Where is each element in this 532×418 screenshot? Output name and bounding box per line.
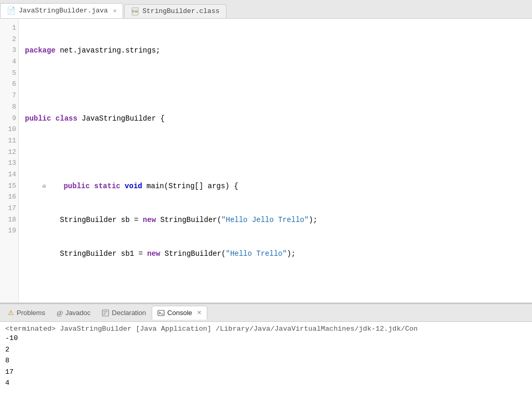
javadoc-icon: @ bbox=[57, 309, 63, 317]
tab-console[interactable]: Console ✕ bbox=[152, 306, 207, 320]
ln-13: 13 bbox=[4, 158, 16, 169]
ln-18: 18 bbox=[4, 215, 16, 226]
console-output: <terminated> JavaStringBuilder [Java App… bbox=[0, 322, 532, 418]
code-content[interactable]: package net.javastring.strings; public c… bbox=[19, 19, 532, 303]
console-output-3: 8 bbox=[5, 355, 527, 367]
ln-11: 11 bbox=[4, 136, 16, 147]
declaration-icon bbox=[102, 309, 109, 317]
line-numbers: 1 2 3 4 5 6 7 8 9 10 11 12 13 14 15 16 1… bbox=[0, 19, 19, 303]
code-line-7: StringBuilder sb1 = new StringBuilder("H… bbox=[25, 249, 528, 260]
console-output-1: -10 bbox=[5, 333, 527, 344]
code-container: 1 2 3 4 5 6 7 8 9 10 11 12 13 14 15 16 1… bbox=[0, 19, 532, 303]
ln-1: 1 bbox=[4, 23, 16, 34]
tab-declaration-label: Declaration bbox=[112, 309, 146, 317]
ln-3: 3 bbox=[4, 45, 16, 57]
tab-problems-label: Problems bbox=[17, 309, 45, 317]
tab-problems[interactable]: ⚠ Problems bbox=[2, 306, 51, 320]
console-output-4: 17 bbox=[5, 367, 527, 378]
tab-javadoc[interactable]: @ Javadoc bbox=[51, 306, 96, 320]
tab-class-label: StringBuilder.class bbox=[142, 7, 219, 15]
ln-10: 10 bbox=[4, 124, 16, 136]
ln-2: 2 bbox=[4, 34, 16, 46]
bottom-panel: ⚠ Problems @ Javadoc Declaration bbox=[0, 304, 532, 418]
code-line-5: ⊖ public static void main(String[] args)… bbox=[25, 181, 528, 192]
tab-java-close[interactable]: ✕ bbox=[113, 7, 117, 14]
console-output-2: 2 bbox=[5, 344, 527, 356]
ln-6: 6 bbox=[4, 79, 16, 90]
ln-8: 8 bbox=[4, 102, 16, 113]
console-output-5: 4 bbox=[5, 377, 527, 389]
ln-17: 17 bbox=[4, 203, 16, 215]
ln-9: 9 bbox=[4, 113, 16, 125]
code-line-1: package net.javastring.strings; bbox=[25, 45, 528, 57]
tab-console-label: Console bbox=[167, 309, 192, 317]
bottom-tab-bar: ⚠ Problems @ Javadoc Declaration bbox=[0, 304, 532, 322]
tab-class[interactable]: 01b StringBuilder.class bbox=[124, 4, 226, 18]
class-file-icon: 01b bbox=[131, 7, 139, 16]
ln-15: 15 bbox=[4, 181, 16, 192]
code-line-8 bbox=[25, 282, 528, 294]
problems-icon: ⚠ bbox=[8, 309, 14, 317]
console-icon bbox=[157, 309, 165, 317]
ln-5: 5 bbox=[4, 68, 16, 80]
editor-tab-bar: 📄 JavaStringBuilder.java ✕ 01b StringBui… bbox=[0, 0, 532, 19]
ln-4: 4 bbox=[4, 57, 16, 68]
svg-text:01b: 01b bbox=[132, 9, 138, 13]
code-line-2 bbox=[25, 79, 528, 90]
ln-16: 16 bbox=[4, 192, 16, 203]
ln-19: 19 bbox=[4, 226, 16, 237]
tab-console-close[interactable]: ✕ bbox=[197, 309, 202, 316]
ln-12: 12 bbox=[4, 147, 16, 159]
tab-javadoc-label: Javadoc bbox=[65, 309, 90, 317]
tab-java-label: JavaStringBuilder.java bbox=[19, 7, 108, 15]
code-line-6: StringBuilder sb = new StringBuilder("He… bbox=[25, 215, 528, 226]
ln-14: 14 bbox=[4, 169, 16, 181]
tab-declaration[interactable]: Declaration bbox=[96, 306, 152, 320]
editor-area[interactable]: 1 2 3 4 5 6 7 8 9 10 11 12 13 14 15 16 1… bbox=[0, 19, 532, 304]
console-terminated-line: <terminated> JavaStringBuilder [Java App… bbox=[5, 325, 418, 333]
tab-java[interactable]: 📄 JavaStringBuilder.java ✕ bbox=[0, 3, 123, 18]
java-file-icon: 📄 bbox=[7, 6, 16, 15]
code-line-4 bbox=[25, 147, 528, 159]
code-line-3: public class JavaStringBuilder { bbox=[25, 113, 528, 125]
ln-7: 7 bbox=[4, 90, 16, 102]
